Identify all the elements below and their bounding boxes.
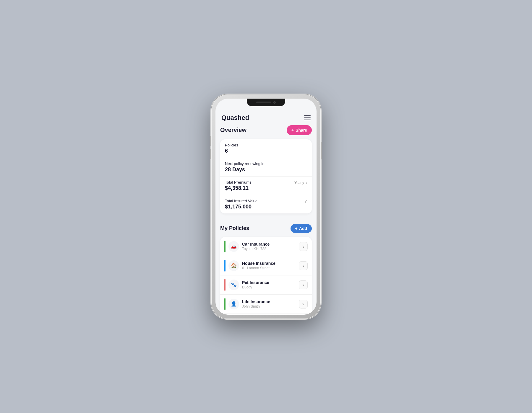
total-insured-left: Total Insured Value $1,175,000 [225,199,257,210]
house-policy-info: House Insurance 61 Lamron Street [242,261,296,270]
share-button[interactable]: + Share [287,125,312,135]
house-icon: 🏠 [228,260,239,271]
car-expand-button[interactable]: ∨ [299,242,308,251]
house-policy-sub: 61 Lamron Street [242,266,296,270]
my-policies-title: My Policies [220,225,249,231]
sort-icon: ↕ [305,181,307,185]
car-policy-sub: Toyota KHL788 [242,247,296,251]
volume-up-button [210,136,211,146]
next-policy-value: 28 Days [225,166,307,173]
hamburger-line-2 [304,117,311,118]
total-premiums-badge[interactable]: Yearly ↕ [294,181,307,185]
next-policy-stat-card: Next policy renewing in 28 Days [220,158,312,177]
total-insured-label: Total Insured Value [225,199,257,203]
life-icon: 👤 [228,299,239,309]
app-content: Quashed Overview + Share [215,99,317,315]
overview-title: Overview [220,127,246,133]
my-policies-section: My Policies + Add 🚗 Car [215,224,317,315]
pet-policy-sub: Buddy [242,285,296,289]
pet-color-bar [224,279,226,291]
life-policy-info: Life Insurance John Smith [242,299,296,308]
pet-policy-info: Pet Insurance Buddy [242,280,296,289]
total-insured-stat-card[interactable]: Total Insured Value $1,175,000 ∨ [220,195,312,213]
pet-expand-button[interactable]: ∨ [299,280,308,289]
app-body[interactable]: Quashed Overview + Share [215,112,317,315]
overview-header: Overview + Share [220,125,312,135]
share-label: Share [296,128,307,133]
plus-icon: + [291,128,294,133]
policy-list: 🚗 Car Insurance Toyota KHL788 ∨ 🏠 [220,237,312,315]
policy-item-house[interactable]: 🏠 House Insurance 61 Lamron Street ∨ [220,256,312,275]
policies-label: Policies [225,143,307,147]
app-title: Quashed [221,114,249,122]
total-insured-row: Total Insured Value $1,175,000 ∨ [225,199,307,210]
life-color-bar [224,298,226,310]
car-policy-name: Car Insurance [242,242,296,247]
house-policy-name: House Insurance [242,261,296,266]
app-header: Quashed [215,112,317,125]
pet-policy-name: Pet Insurance [242,280,296,285]
policy-item-life[interactable]: 👤 Life Insurance John Smith ∨ [220,295,312,314]
phone-screen: Quashed Overview + Share [215,99,317,315]
hamburger-line-3 [304,120,311,120]
phone-notch [247,99,285,106]
car-icon: 🚗 [228,241,239,252]
policies-value: 6 [225,148,307,154]
total-insured-value: $1,175,000 [225,204,257,210]
house-expand-button[interactable]: ∨ [299,261,308,270]
volume-down-button [210,149,211,159]
total-premiums-value: $4,358.11 [225,185,252,191]
chevron-down-icon: ∨ [304,199,307,203]
phone-device: Quashed Overview + Share [211,94,321,319]
yearly-label: Yearly [294,181,304,185]
next-policy-label: Next policy renewing in [225,161,307,166]
notch-speaker [256,102,271,103]
life-policy-name: Life Insurance [242,299,296,304]
policy-item-car[interactable]: 🚗 Car Insurance Toyota KHL788 ∨ [220,237,312,256]
house-color-bar [224,260,226,272]
hamburger-menu-button[interactable] [304,115,311,120]
notch-camera [273,101,276,104]
total-premiums-left: Total Premiums $4,358.11 [225,180,252,191]
total-premiums-label: Total Premiums [225,180,252,185]
policies-header: My Policies + Add [220,224,312,233]
overview-section: Overview + Share Policies 6 [215,125,317,224]
pet-icon: 🐾 [228,280,239,290]
add-label: Add [299,226,307,231]
life-expand-button[interactable]: ∨ [299,300,308,308]
car-policy-info: Car Insurance Toyota KHL788 [242,242,296,251]
policies-stat-card: Policies 6 [220,139,312,158]
power-button [321,142,322,159]
total-premiums-stat-card: Total Premiums $4,358.11 Yearly ↕ [220,177,312,195]
total-premiums-row: Total Premiums $4,358.11 Yearly ↕ [225,180,307,191]
car-color-bar [224,241,226,252]
stats-container: Policies 6 Next policy renewing in 28 Da… [220,139,312,213]
hamburger-line-1 [304,115,311,116]
policy-item-health[interactable]: 👤 Health Insurance Mary Smith ∨ [220,314,312,315]
add-icon: + [295,226,298,231]
add-policy-button[interactable]: + Add [291,224,312,233]
policy-item-pet[interactable]: 🐾 Pet Insurance Buddy ∨ [220,275,312,295]
life-policy-sub: John Smith [242,304,296,308]
